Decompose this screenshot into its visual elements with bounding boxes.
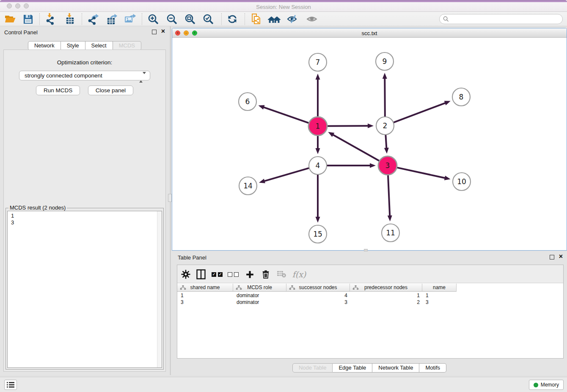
graph-edge-2-9[interactable] — [385, 78, 385, 116]
criterion-dropdown[interactable]: strongly connected component — [19, 71, 150, 80]
table-row[interactable]: 1 dominator 4 1 1 — [177, 292, 457, 299]
graph-node-label: 1 — [316, 122, 320, 130]
graph-edge-3-10[interactable] — [397, 168, 445, 178]
graph-edge-3-11[interactable] — [388, 175, 390, 216]
apply-layout-button[interactable] — [226, 13, 239, 25]
table-panel: Table Panel × — [172, 251, 567, 375]
result-line: 3 — [11, 219, 162, 226]
zoom-out-button[interactable] — [165, 13, 179, 25]
table-row[interactable]: 3 dominator 3 2 3 — [177, 299, 457, 306]
close-panel-button[interactable]: Close panel — [88, 86, 133, 95]
memory-label: Memory — [541, 382, 559, 388]
mcds-result-text[interactable]: 1 3 — [7, 211, 162, 368]
graph-edge-1-2[interactable] — [328, 126, 369, 126]
graph-node-label: 3 — [385, 161, 390, 170]
tab-node-table[interactable]: Node Table — [292, 363, 333, 373]
hide-selected-button[interactable] — [286, 13, 300, 25]
tab-mcds[interactable]: MCDS — [113, 41, 141, 50]
open-folder-icon — [5, 14, 16, 25]
format-columns-button[interactable] — [195, 269, 207, 280]
tab-motifs[interactable]: Motifs — [419, 363, 446, 373]
task-history-button[interactable] — [4, 380, 17, 390]
search-input[interactable] — [451, 16, 562, 22]
export-table-icon — [105, 13, 117, 25]
unselect-all-icon — [228, 272, 239, 277]
float-panel-icon[interactable] — [152, 30, 157, 34]
select-all-button[interactable]: ✓✓ — [211, 269, 223, 280]
show-graphics-details-button[interactable] — [305, 13, 319, 25]
import-network-button[interactable] — [44, 13, 58, 25]
splitter-grip[interactable] — [168, 194, 172, 202]
column-header-predecessor-nodes[interactable]: predecessor nodes — [350, 284, 422, 292]
columns-icon — [196, 269, 206, 279]
column-header-successor-nodes[interactable]: successor nodes — [286, 284, 350, 292]
delete-table-button[interactable] — [275, 269, 287, 280]
table-settings-button[interactable] — [180, 269, 192, 280]
zoom-in-button[interactable] — [146, 13, 160, 25]
open-folder-button[interactable] — [3, 13, 17, 25]
zoom-selected-icon — [203, 14, 214, 25]
clone-network-button[interactable] — [249, 13, 263, 25]
run-mcds-button[interactable]: Run MCDS — [36, 86, 80, 95]
save-session-button[interactable] — [21, 13, 35, 25]
tab-select[interactable]: Select — [85, 41, 113, 50]
graph-node-label: 2 — [383, 121, 388, 130]
graph-edge-arrowhead — [444, 101, 451, 105]
import-table-button[interactable] — [63, 13, 77, 25]
tab-style[interactable]: Style — [61, 41, 85, 50]
dropdown-stepper-icon — [139, 73, 146, 82]
zoom-in-icon — [148, 14, 159, 25]
result-scrollbar[interactable] — [157, 211, 162, 367]
network-window-titlebar[interactable]: × − + scc.txt — [172, 28, 567, 38]
memory-button[interactable]: Memory — [529, 380, 564, 390]
graph-edge-4-14[interactable] — [264, 168, 308, 181]
graph-edge-arrowhead — [316, 217, 320, 223]
add-column-button[interactable] — [244, 269, 256, 280]
select-all-icon: ✓✓ — [212, 272, 223, 277]
memory-status-icon — [534, 383, 538, 387]
export-table-button[interactable] — [105, 13, 118, 25]
graph-edge-arrowhead — [316, 148, 320, 154]
window-titlebar: Session: New Session — [0, 0, 567, 12]
graph-edge-arrowhead — [258, 105, 264, 109]
export-network-button[interactable] — [86, 13, 100, 25]
graph-edge-2-3[interactable] — [385, 135, 386, 149]
fx-icon: f(x) — [292, 270, 306, 279]
graph-edge-arrowhead — [444, 176, 451, 180]
close-panel-icon[interactable]: × — [161, 28, 165, 35]
graph-node-label: 4 — [316, 161, 320, 170]
network-window: × − + scc.txt 1234678910111415 — [172, 28, 567, 251]
delete-column-button[interactable] — [260, 269, 272, 280]
tab-network[interactable]: Network — [28, 41, 61, 50]
import-network-icon — [45, 13, 57, 25]
network-title: scc.txt — [172, 30, 567, 36]
table-toolbar: ✓✓ — [177, 265, 563, 283]
graph-edge-3-1[interactable] — [333, 135, 379, 161]
zoom-fit-button[interactable] — [183, 13, 197, 25]
graph-edge-1-6[interactable] — [263, 107, 308, 123]
mcds-result-group: MCDS result (2 nodes) 1 3 — [6, 208, 164, 370]
tab-network-table[interactable]: Network Table — [372, 363, 419, 373]
function-builder-button[interactable]: f(x) — [291, 269, 308, 280]
tree-icon — [352, 285, 359, 290]
criterion-label: Optimization criterion: — [4, 59, 165, 66]
search-field[interactable] — [439, 14, 563, 24]
zoom-fit-icon — [184, 14, 196, 25]
refresh-icon — [227, 14, 238, 25]
graph-node-label: 9 — [383, 57, 387, 66]
graph-edge-2-8[interactable] — [394, 103, 446, 122]
column-header-shared-name[interactable]: shared name — [177, 284, 233, 292]
graph-edge-arrowhead — [316, 74, 320, 80]
graph-node-label: 10 — [457, 177, 466, 186]
tab-edge-table[interactable]: Edge Table — [333, 363, 372, 373]
column-header-name[interactable]: name — [422, 284, 457, 292]
control-panel: Control Panel × NetworkStyleSelectMCDS O… — [0, 26, 169, 375]
table-float-icon[interactable] — [550, 255, 554, 259]
column-header-mcds-role[interactable]: MCDS role — [233, 284, 286, 292]
table-close-icon[interactable]: × — [559, 253, 563, 260]
unselect-all-button[interactable] — [227, 269, 239, 280]
export-image-button[interactable] — [123, 13, 137, 25]
first-neighbors-button[interactable] — [267, 13, 281, 25]
zoom-selected-button[interactable] — [201, 13, 215, 25]
network-canvas[interactable]: 1234678910111415 — [172, 38, 567, 250]
